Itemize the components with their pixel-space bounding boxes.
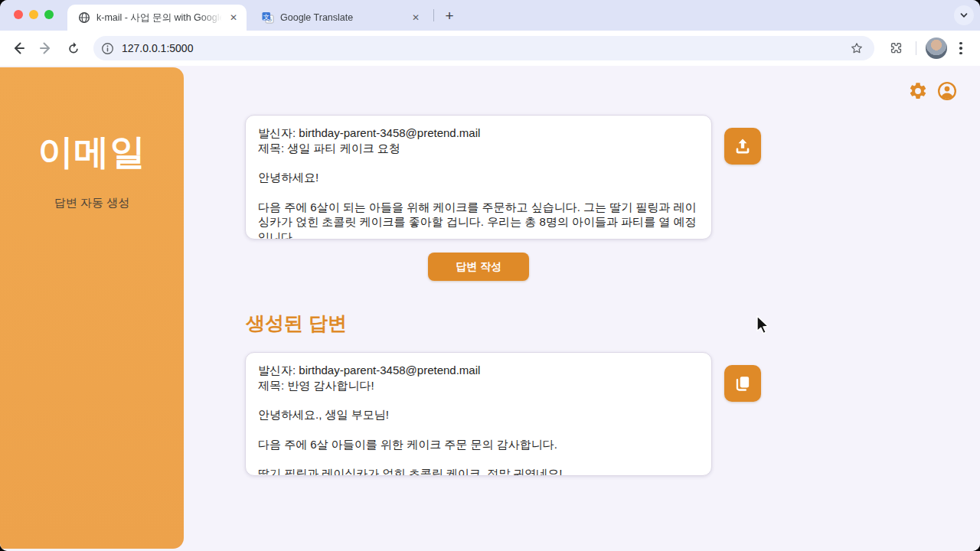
app-subtitle: 답변 자동 생성 [0,196,184,210]
email-body: 다음 주에 6살이 되는 아들을 위해 케이크를 주문하고 싶습니다. 그는 딸… [258,200,699,240]
tab-title: Google Translate [280,12,404,23]
mouse-cursor [754,315,771,336]
generated-reply-card: 발신자: birthday-parent-3458@pretend.mail 제… [245,352,712,476]
close-window-button[interactable] [14,10,23,19]
reply-greeting: 안녕하세요., 생일 부모님! [258,407,699,422]
app-title: 이메일 [0,129,184,176]
copy-icon [733,373,753,393]
reply-from-line: 발신자: birthday-parent-3458@pretend.mail [258,363,699,378]
toolbar-divider [916,41,916,55]
browser-toolbar: 127.0.0.1:5000 [0,31,980,66]
browser-window: k-mail - 사업 문의 with Google ✕ G 文 Google … [0,0,980,551]
email-subject-line: 제목: 생일 파티 케이크 요청 [258,141,699,156]
zoom-window-button[interactable] [44,10,54,19]
tab-kmail[interactable]: k-mail - 사업 문의 with Google ✕ [67,5,247,31]
generated-reply-heading: 생성된 답변 [246,311,347,336]
minimize-window-button[interactable] [29,10,38,19]
reply-subject-line: 제목: 반영 감사합니다! [258,378,699,393]
account-person-icon[interactable] [937,81,957,101]
extensions-puzzle-icon[interactable] [885,37,908,60]
tab-search-chevron-down-icon[interactable] [954,5,974,25]
email-from-line: 발신자: birthday-parent-3458@pretend.mail [258,126,699,141]
url-text[interactable]: 127.0.0.1:5000 [122,42,847,54]
app-sidebar: 이메일 답변 자동 생성 [0,67,184,549]
tab-title: k-mail - 사업 문의 with Google [96,11,222,24]
google-translate-favicon: G 文 [262,11,274,24]
close-tab-icon[interactable]: ✕ [227,11,240,24]
tab-strip: k-mail - 사업 문의 with Google ✕ G 文 Google … [0,0,980,31]
upload-button[interactable] [724,128,761,165]
generate-reply-button[interactable]: 답변 작성 [428,253,529,281]
tab-divider [433,9,434,21]
incoming-email-card: 발신자: birthday-parent-3458@pretend.mail 제… [245,115,712,240]
upload-icon [733,136,753,156]
browser-menu-dots-icon[interactable] [950,37,972,59]
address-bar[interactable]: 127.0.0.1:5000 [93,36,874,60]
forward-button[interactable] [34,36,58,60]
reply-body-line2: 딸기 필링과 레이싱카가 얹힌 초콜릿 케이크, 정말 귀엽네요! [258,466,699,476]
bookmark-star-icon[interactable] [847,38,867,58]
app-page: 이메일 답변 자동 생성 발신자: birthday-parent-3458@p… [0,66,980,551]
back-button[interactable] [6,36,31,60]
close-tab-icon[interactable]: ✕ [409,11,423,24]
globe-favicon [78,11,90,24]
new-tab-button[interactable]: + [439,6,459,26]
reply-body-line1: 다음 주에 6살 아들이를 위한 케이크 주문 문의 감사합니다. [258,437,699,452]
tab-google-translate[interactable]: G 文 Google Translate ✕ [251,5,429,31]
settings-gear-icon[interactable] [908,81,928,101]
profile-avatar[interactable] [926,37,947,59]
email-greeting: 안녕하세요! [258,170,699,185]
window-controls[interactable] [14,10,54,19]
svg-text:文: 文 [263,13,270,21]
reload-button[interactable] [61,36,86,60]
copy-button[interactable] [724,365,761,402]
site-info-icon[interactable] [101,42,114,55]
